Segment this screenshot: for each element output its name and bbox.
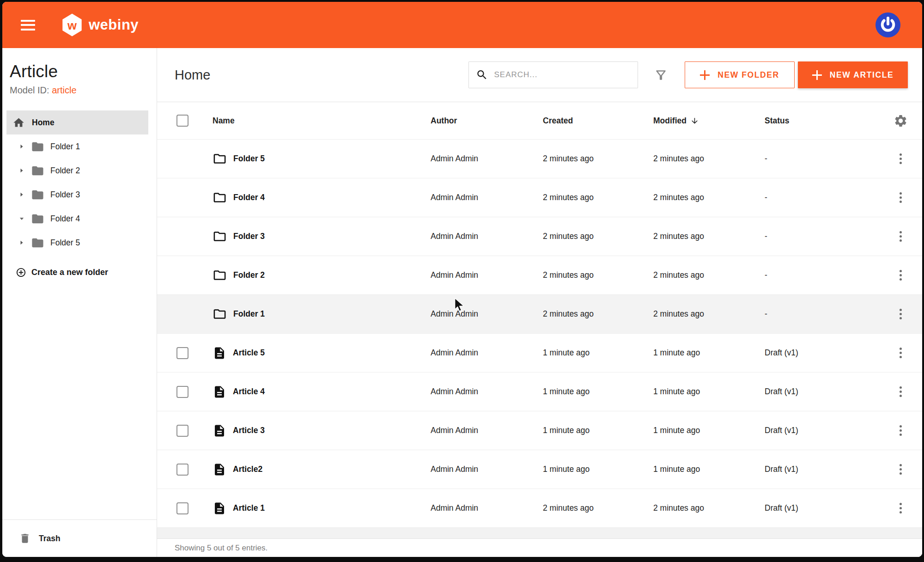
table-row-folder-4[interactable]: Folder 4 Admin Admin 2 minutes ago 2 min… <box>157 178 922 217</box>
column-header-author[interactable]: Author <box>431 116 543 126</box>
gear-icon <box>894 114 908 128</box>
row-created: 1 minute ago <box>543 426 653 435</box>
caret-down-icon[interactable] <box>17 214 26 223</box>
kebab-menu-icon[interactable] <box>897 384 905 400</box>
row-checkbox[interactable] <box>176 347 188 359</box>
trash-label: Trash <box>39 534 61 544</box>
row-author: Admin Admin <box>431 309 543 319</box>
table-row-article-5[interactable]: Article 5 Admin Admin 1 minute ago 1 min… <box>157 334 922 373</box>
sidebar-item-folder-4[interactable]: Folder 4 <box>2 207 157 231</box>
folder-label: Folder 1 <box>50 142 80 152</box>
row-name[interactable]: Folder 1 <box>233 309 265 319</box>
user-avatar[interactable] <box>875 12 901 38</box>
kebab-menu-icon[interactable] <box>897 500 905 516</box>
folder-icon <box>213 268 227 282</box>
kebab-menu-icon[interactable] <box>897 461 905 477</box>
caret-right-icon[interactable] <box>17 238 26 247</box>
new-article-button[interactable]: NEW ARTICLE <box>798 61 908 88</box>
table-row-article-4[interactable]: Article 4 Admin Admin 1 minute ago 1 min… <box>157 373 922 411</box>
caret-right-icon[interactable] <box>17 190 26 199</box>
app-window: w webiny Article Model ID: article Home <box>2 2 922 557</box>
search-box[interactable] <box>468 61 638 88</box>
table-row-article-3[interactable]: Article 3 Admin Admin 1 minute ago 1 min… <box>157 411 922 450</box>
row-status: Draft (v1) <box>765 348 879 358</box>
model-id-label: Model ID: <box>10 85 49 95</box>
kebab-menu-icon[interactable] <box>897 228 905 244</box>
row-status: - <box>765 193 879 202</box>
folder-icon <box>31 140 44 153</box>
row-modified: 1 minute ago <box>653 426 765 435</box>
row-checkbox[interactable] <box>176 425 188 437</box>
row-modified: 2 minutes ago <box>653 309 765 319</box>
table-row-folder-1[interactable]: Folder 1 Admin Admin 2 minutes ago 2 min… <box>157 295 922 334</box>
row-created: 2 minutes ago <box>543 503 653 513</box>
document-icon <box>213 385 226 399</box>
sidebar-item-folder-3[interactable]: Folder 3 <box>2 183 157 207</box>
filter-funnel-icon <box>654 68 668 82</box>
column-header-modified[interactable]: Modified <box>653 116 765 126</box>
hamburger-menu-icon[interactable] <box>21 20 35 31</box>
sidebar-item-folder-1[interactable]: Folder 1 <box>2 134 157 159</box>
kebab-menu-icon[interactable] <box>897 422 905 439</box>
table-row-article-2[interactable]: Article2 Admin Admin 1 minute ago 1 minu… <box>157 450 922 489</box>
kebab-menu-icon[interactable] <box>897 345 905 361</box>
table-row-article-1[interactable]: Article 1 Admin Admin 2 minutes ago 2 mi… <box>157 489 922 528</box>
row-created: 2 minutes ago <box>543 232 653 241</box>
row-name[interactable]: Folder 5 <box>233 154 265 164</box>
table-row-folder-3[interactable]: Folder 3 Admin Admin 2 minutes ago 2 min… <box>157 217 922 256</box>
new-article-label: NEW ARTICLE <box>830 70 894 80</box>
row-name[interactable]: Article 3 <box>233 426 265 435</box>
row-name[interactable]: Article 5 <box>233 348 265 358</box>
document-icon <box>213 424 226 438</box>
kebab-menu-icon[interactable] <box>897 267 905 283</box>
column-header-name[interactable]: Name <box>213 116 431 126</box>
filter-button[interactable] <box>653 67 668 82</box>
sidebar-item-home[interactable]: Home <box>6 110 148 134</box>
row-author: Admin Admin <box>431 193 543 202</box>
table-row-folder-2[interactable]: Folder 2 Admin Admin 2 minutes ago 2 min… <box>157 256 922 295</box>
power-icon <box>875 12 901 38</box>
row-checkbox[interactable] <box>176 502 188 514</box>
row-name[interactable]: Folder 4 <box>233 193 265 202</box>
row-name[interactable]: Article 4 <box>233 387 265 397</box>
modified-label: Modified <box>653 116 687 126</box>
caret-right-icon[interactable] <box>17 166 26 175</box>
row-name[interactable]: Folder 3 <box>233 232 265 241</box>
table-bottom-strip <box>157 528 922 538</box>
new-folder-label: NEW FOLDER <box>717 70 779 80</box>
row-status: - <box>765 232 879 241</box>
folder-icon <box>31 212 44 226</box>
table-settings-button[interactable] <box>894 114 908 128</box>
sidebar-home-label: Home <box>32 118 55 128</box>
row-modified: 1 minute ago <box>653 387 765 397</box>
row-modified: 1 minute ago <box>653 348 765 358</box>
model-id: Model ID: article <box>10 85 157 96</box>
row-name[interactable]: Folder 2 <box>233 270 265 280</box>
plus-icon <box>812 70 822 80</box>
kebab-menu-icon[interactable] <box>897 306 905 322</box>
folder-icon <box>213 152 227 166</box>
webiny-logo[interactable]: w webiny <box>61 13 139 37</box>
search-input[interactable] <box>494 70 631 79</box>
row-status: - <box>765 154 879 164</box>
table-row-folder-5[interactable]: Folder 5 Admin Admin 2 minutes ago 2 min… <box>157 140 922 178</box>
sidebar-item-folder-2[interactable]: Folder 2 <box>2 159 157 183</box>
caret-right-icon[interactable] <box>17 142 26 151</box>
sidebar-item-folder-5[interactable]: Folder 5 <box>2 231 157 255</box>
row-name[interactable]: Article2 <box>233 464 262 474</box>
kebab-menu-icon[interactable] <box>897 189 905 206</box>
row-author: Admin Admin <box>431 387 543 397</box>
kebab-menu-icon[interactable] <box>897 151 905 167</box>
trash-button[interactable]: Trash <box>2 519 157 557</box>
row-status: Draft (v1) <box>765 464 879 474</box>
new-folder-button[interactable]: NEW FOLDER <box>685 61 795 88</box>
row-name[interactable]: Article 1 <box>233 503 265 513</box>
row-created: 2 minutes ago <box>543 193 653 202</box>
column-header-status[interactable]: Status <box>765 116 879 126</box>
select-all-checkbox[interactable] <box>176 115 188 127</box>
row-checkbox[interactable] <box>176 464 188 476</box>
sidebar: Article Model ID: article Home Folder 1 <box>2 48 157 557</box>
create-new-folder-button[interactable]: Create a new folder <box>2 260 157 284</box>
row-checkbox[interactable] <box>176 386 188 398</box>
column-header-created[interactable]: Created <box>543 116 653 126</box>
